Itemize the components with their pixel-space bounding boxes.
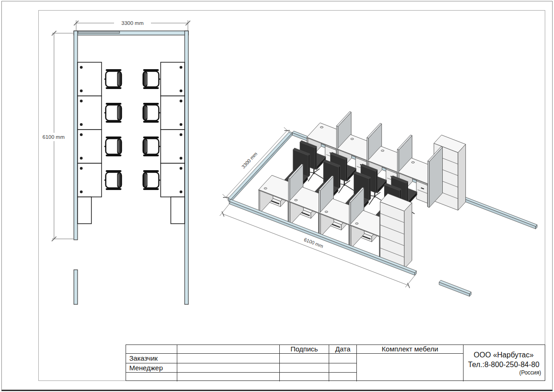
title-block: Заказчик Менеджер Подпись Дата Комплект …	[126, 344, 545, 381]
desk-top-view	[78, 96, 102, 130]
customer-row-label: Заказчик	[126, 354, 177, 363]
signature-cell	[280, 354, 329, 363]
empty-cell	[329, 373, 357, 381]
empty-cell	[126, 345, 177, 354]
desk-top-view	[161, 62, 185, 96]
floor-plan-2d: 3300 mm6100 mm	[42, 20, 190, 304]
signature-cell	[280, 363, 329, 373]
drawing-canvas: 3300 mm6100 mm3300 mm6100 mm	[0, 0, 554, 392]
furniture-set-cell	[357, 354, 464, 381]
cabinet-top-view	[171, 197, 185, 224]
company-country: (Россия)	[464, 369, 543, 376]
desk-top-view	[78, 62, 102, 96]
chair-top-view	[143, 103, 160, 123]
isometric-view: 3300 mm6100 mm	[220, 112, 537, 297]
customer-name-cell	[177, 354, 280, 363]
date-cell	[329, 354, 357, 363]
furniture-set-header-cell: Комплект мебели	[357, 345, 464, 354]
date-cell	[329, 363, 357, 373]
desk-top-view	[78, 130, 102, 163]
company-info-cell: ООО «Нарбутас» Тел.:8-800-250-84-80 (Рос…	[464, 345, 546, 381]
cabinet-3d	[380, 194, 412, 269]
signature-header-cell: Подпись	[280, 345, 329, 354]
chair-top-view	[143, 170, 160, 190]
chair-top-view	[104, 170, 121, 190]
chair-top-view	[104, 69, 121, 89]
dimension-label: 3300 mm	[121, 20, 144, 26]
dimension-label: 3300 mm	[241, 151, 259, 169]
manager-name-cell	[177, 363, 280, 373]
dimension-label: 6100 mm	[42, 134, 65, 140]
window-marker	[78, 31, 120, 34]
empty-cell	[126, 373, 177, 381]
chair-top-view	[143, 137, 160, 156]
company-name: ООО «Нарбутас»	[464, 350, 543, 360]
desk-top-view	[161, 130, 185, 163]
desk-top-view	[161, 96, 185, 130]
empty-cell	[280, 373, 329, 381]
date-header-cell: Дата	[329, 345, 357, 354]
desk-top-view	[78, 163, 102, 197]
desk-top-view	[161, 163, 185, 197]
cabinet-top-view	[78, 197, 91, 224]
chair-top-view	[104, 137, 121, 156]
chair-top-view	[104, 103, 121, 123]
empty-cell	[177, 373, 280, 381]
manager-row-label: Менеджер	[126, 363, 177, 373]
company-phone: Тел.:8-800-250-84-80	[464, 360, 543, 369]
chair-top-view	[143, 69, 160, 89]
wall-3d	[439, 280, 471, 297]
empty-cell	[177, 345, 280, 354]
